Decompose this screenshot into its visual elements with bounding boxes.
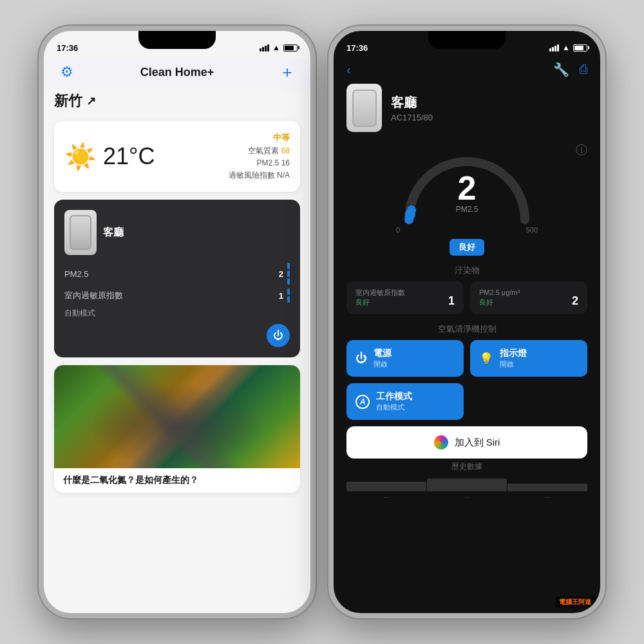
temperature: 21°C [103, 143, 155, 170]
wifi-icon: ▲ [272, 43, 280, 52]
wrench-icon[interactable]: 🔧 [553, 62, 569, 77]
power-button[interactable]: ⏻ [267, 324, 290, 347]
device-allergy-label: 室內過敏原指數 [64, 290, 123, 301]
mode-control-btn[interactable]: A 工作模式 自動模式 [346, 383, 464, 420]
city-header: 新竹 ↗ [54, 89, 300, 113]
weather-right: 中等 空氣質素 68 PM2.5 16 過敏風險指數 N/A [229, 131, 290, 182]
controls-label: 空氣清淨機控制 [334, 314, 600, 340]
power-ctrl-name: 電源 [374, 348, 392, 359]
left-status-bar: 17:36 ▲ [44, 31, 310, 59]
allergy-bar [287, 289, 290, 303]
weather-left: ☀️ 21°C [64, 142, 155, 172]
right-battery-icon [573, 44, 587, 52]
power-control-btn[interactable]: ⏻ 電源 開啟 [346, 340, 464, 377]
device-power-area: ⏻ [64, 324, 290, 347]
info-icon[interactable]: ⓘ [576, 142, 587, 158]
device-allergy-value: 1 [279, 289, 290, 303]
detail-device-name: 客廳 [391, 94, 433, 111]
city-name: 新竹 [54, 91, 82, 111]
allergy-label: 過敏風險指數 [229, 171, 275, 180]
location-arrow-icon: ↗ [86, 94, 96, 108]
weather-card: ☀️ 21°C 中等 空氣質素 68 PM2.5 16 過敏風險指數 [54, 121, 300, 192]
right-signal-bar-3 [554, 46, 556, 52]
battery-fill [285, 46, 294, 50]
app-header: ⚙ Clean Home+ + [44, 59, 310, 89]
watermark: 電腦王阿達 [555, 596, 595, 608]
pm25-device-row: PM2.5 2 [64, 263, 290, 285]
device-card[interactable]: 客廳 PM2.5 2 [54, 200, 300, 357]
mode-ctrl-text: 工作模式 自動模式 [376, 391, 412, 412]
purifier-image [64, 210, 97, 255]
hist-item-2: ... [427, 478, 507, 499]
add-device-button[interactable]: + [277, 62, 298, 82]
hist-item-3: ... [507, 484, 587, 499]
settings-button[interactable]: ⚙ [57, 62, 77, 82]
gauge-max: 500 [526, 226, 538, 234]
hist-bar-1 [346, 482, 426, 491]
power-ctrl-text: 電源 開啟 [374, 348, 392, 369]
siri-icon [434, 435, 448, 450]
device-mode: 自動模式 [64, 308, 290, 319]
pollutant-row: 室內過敏原指數 良好 1 PM2.5 μg/m³ 良好 2 [334, 281, 600, 314]
device-name: 客廳 [103, 226, 124, 240]
detail-device-info: 客廳 AC1715/80 [391, 94, 433, 122]
scroll-content: 新竹 ↗ ☀️ 21°C 中等 空氣質素 68 PM2.5 16 [44, 89, 310, 503]
pollutant2-label: PM2.5 μg/m³ [479, 288, 578, 298]
power-ctrl-status: 開啟 [374, 359, 392, 369]
pm25-label: PM2.5 [257, 158, 279, 167]
device-name-header: 客廳 [103, 226, 124, 240]
pm25-bar [287, 263, 290, 285]
right-signal-bar-1 [549, 48, 551, 52]
pm25-value: 16 [281, 158, 290, 167]
gauge-unit: PM2.5 [456, 205, 478, 214]
mode-ctrl-icon: A [355, 395, 370, 409]
left-phone: 17:36 ▲ ⚙ Clean Home+ + 新竹 ↗ [39, 26, 316, 618]
siri-button[interactable]: 加入到 Siri [346, 426, 587, 459]
news-card[interactable]: 什麼是二氧化氮？是如何產生的？ [54, 365, 300, 493]
allergy-row: 過敏風險指數 N/A [229, 169, 290, 182]
hist-bar-3 [507, 484, 587, 491]
app-title: Clean Home+ [140, 66, 214, 79]
left-status-icons: ▲ [260, 43, 298, 52]
gauge-range: 0 500 [396, 226, 538, 234]
gauge-number: 2 [456, 171, 478, 205]
signal-bar-2 [262, 47, 264, 52]
left-time: 17:36 [57, 43, 78, 53]
right-signal-icon [549, 44, 559, 52]
signal-bar-3 [265, 46, 267, 52]
news-image [54, 365, 300, 468]
aqi-value: 68 [281, 146, 290, 155]
device-info: PM2.5 2 室內過敏原指數 1 [64, 263, 290, 319]
right-signal-bar-4 [557, 44, 559, 52]
device-detail-header: 客廳 AC1715/80 [334, 84, 600, 142]
device-pm25-value: 2 [279, 263, 290, 285]
quality-badge: 良好 [450, 239, 484, 256]
light-ctrl-name: 指示燈 [500, 348, 527, 359]
pollutant-item-1: 室內過敏原指數 良好 1 [346, 281, 464, 314]
detail-device-model: AC1715/80 [391, 113, 433, 122]
back-button[interactable]: ‹ [346, 62, 351, 77]
pollutant1-label: 室內過敏原指數 [355, 288, 455, 298]
detail-purifier-image [346, 84, 382, 132]
light-ctrl-status: 開啟 [500, 359, 527, 369]
history-bar: ... ... ... [334, 473, 600, 499]
signal-icon [260, 44, 269, 52]
aqi-label: 空氣質素 [248, 146, 279, 155]
light-control-btn[interactable]: 💡 指示燈 開啟 [470, 340, 587, 377]
pollutants-label: 汙染物 [334, 256, 600, 281]
mode-ctrl-status: 自動模式 [376, 402, 412, 412]
pollutant2-value: 2 [572, 294, 578, 308]
right-status-bar: 17:36 ▲ [334, 31, 600, 59]
svg-point-0 [405, 209, 415, 220]
pollutant1-value: 1 [448, 294, 455, 308]
sun-icon: ☀️ [64, 142, 97, 172]
history-section-label: 歷史數據 [334, 459, 600, 473]
gauge-section: ⓘ 2 PM2.5 0 500 良好 [334, 142, 600, 256]
allergy-value: N/A [277, 171, 290, 180]
gauge-min: 0 [396, 226, 400, 234]
share-icon[interactable]: ⎙ [580, 62, 587, 77]
right-time: 17:36 [346, 43, 368, 53]
device-card-header: 客廳 [64, 210, 290, 255]
signal-bar-4 [267, 44, 269, 52]
battery-icon [283, 44, 298, 52]
